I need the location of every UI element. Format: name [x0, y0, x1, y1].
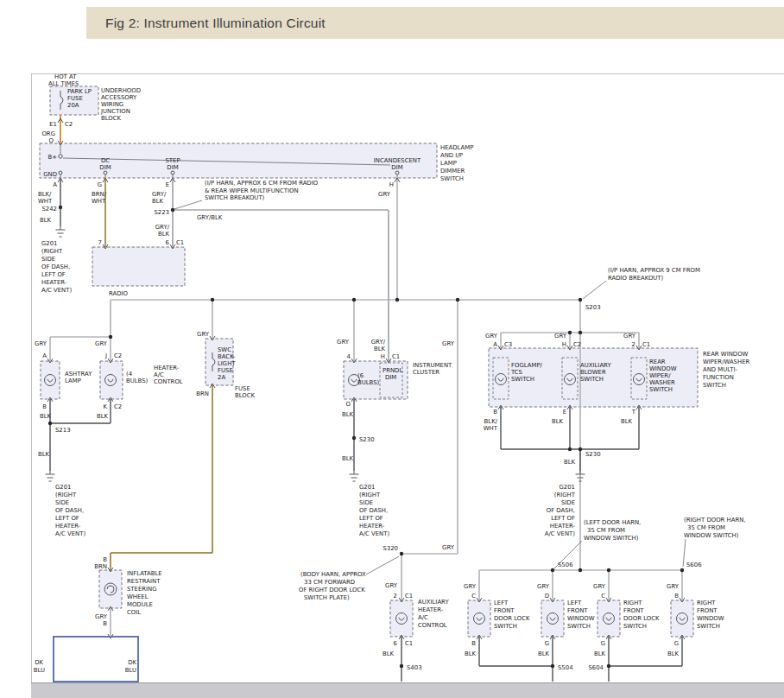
splice-label: S213 — [55, 427, 71, 434]
pin-label: H — [562, 341, 566, 348]
component-label: AND I/P — [440, 152, 463, 159]
fuse-label: 2A — [218, 374, 225, 381]
pin-label: T — [631, 409, 636, 416]
fuse-label: BACK- — [218, 353, 236, 360]
ashtray-lamp-box — [41, 361, 60, 399]
wire-color-label: GRY — [337, 339, 350, 346]
splice-label: S203 — [585, 304, 601, 311]
splice-label: S230 — [359, 436, 375, 443]
connector-label: C1 — [642, 341, 650, 348]
wire-color-label: BLK/ — [38, 191, 52, 198]
component-label: CLUSTER — [413, 369, 439, 376]
component-label: CONTROL — [154, 378, 183, 385]
component-label: SWITCH — [580, 376, 604, 383]
terminal-label: DIM — [167, 164, 178, 171]
component-label: HEATER- — [418, 606, 444, 613]
wire-color-label: WHT — [38, 198, 53, 205]
wire-color-label: GRY — [95, 613, 108, 620]
ground-label: HEATER- — [55, 523, 81, 530]
wiring-diagram: HOT AT ALL TIMES PARK LP FUSE 20A UNDERH… — [0, 0, 784, 698]
component-label: FRONT — [697, 607, 718, 614]
pin-label: B — [103, 620, 107, 627]
component-label: RIGHT — [697, 600, 716, 606]
splice-dot — [551, 664, 554, 668]
note-label: WINDOW SWITCH) — [684, 532, 739, 539]
terminal-label: DC — [101, 157, 110, 164]
left-door-lock-switch-box — [468, 600, 490, 637]
pin-label: 2 — [632, 341, 635, 348]
terminal-label: STEP — [165, 157, 180, 164]
wire-color-label: GRY — [464, 583, 477, 590]
pin-label: A — [493, 341, 497, 348]
page: { "header": { "title": "Fig 2: Instrumen… — [0, 0, 784, 698]
ground-label: G201 — [560, 484, 576, 491]
wire-color-label: BRN — [196, 390, 209, 397]
wire-color-label: BLK — [158, 231, 170, 238]
left-window-switch-box — [541, 600, 564, 637]
connector-label: C3 — [504, 341, 512, 348]
component-label: CONTROL — [418, 622, 447, 629]
component-label: FRONT — [623, 607, 644, 614]
splice-label: S242 — [41, 206, 57, 213]
hot-label: HOT AT — [54, 73, 77, 80]
component-label: WINDOW — [697, 615, 724, 622]
ground-label: SIDE — [359, 499, 373, 506]
component-label: UNDERHOOD — [101, 87, 141, 94]
pin-label: G — [545, 640, 549, 647]
wire-color-label: BLK — [383, 650, 395, 657]
wire-color-label: BLK — [97, 413, 109, 420]
component-label: SWITCH — [494, 623, 517, 630]
note-label: SWITCH BREAKOUT) — [205, 194, 265, 201]
connector-label: C1 — [405, 640, 413, 647]
wire-color-label: WHT — [484, 425, 498, 432]
splice-label: S604 — [588, 664, 604, 671]
splice-dot — [171, 208, 174, 212]
component-label: ASHTRAY — [65, 371, 92, 378]
component-label: STEERING — [127, 586, 157, 593]
splice-dot — [400, 664, 403, 668]
note-label: RADIO BREAKOUT) — [608, 275, 664, 282]
wire-color-label: GRY — [197, 331, 210, 338]
component-label: BLOWER — [580, 369, 606, 376]
horizontal-scrollbar[interactable] — [31, 682, 784, 698]
pin-label: O — [346, 401, 351, 408]
splice-dot — [579, 568, 582, 572]
ground-label: LEFT OF — [551, 515, 575, 522]
component-label: SWITCH — [649, 386, 673, 393]
ground-label: OF DASH, — [547, 507, 575, 514]
ground-label: SIDE — [561, 499, 575, 506]
ground-label: G201 — [55, 484, 72, 491]
wire-color-label: GRY — [593, 583, 606, 590]
splice-dot — [607, 568, 610, 572]
pin-label: C — [601, 593, 605, 600]
component-label: AND MULTI- — [703, 366, 737, 373]
wire-color-label: GRY — [385, 582, 398, 589]
pin-label: J — [104, 352, 107, 359]
ground-label: G201 — [41, 240, 58, 247]
component-label: JUNCTION — [100, 108, 130, 115]
component-label: AUXILIARY — [418, 599, 449, 606]
ground-label: HEATER- — [359, 523, 385, 530]
ground-label: (RIGHT — [41, 248, 63, 255]
component-label: AUXILIARY — [580, 362, 611, 369]
note-label: (RIGHT DOOR HARN, — [684, 517, 746, 524]
component-label: HEATER- — [154, 365, 180, 371]
pin-label: B — [493, 409, 497, 416]
connector-label: C2 — [114, 403, 122, 410]
wire-color-label: GRY — [378, 191, 391, 198]
fuse-label: 20A — [67, 102, 79, 109]
aux-heater-control-box — [390, 600, 413, 637]
splice-label: S504 — [558, 664, 573, 671]
splice-dot — [568, 447, 572, 451]
component-label: HEADLAMP — [440, 144, 473, 151]
wire-color-label: BLK — [667, 650, 680, 657]
note-label: (I/P HARN, APPROX 9 CM FROM — [608, 267, 700, 274]
splice-dot — [400, 552, 403, 555]
pin-label: B — [471, 640, 476, 647]
splice-dot — [352, 298, 356, 301]
wire-color-label: BLK — [552, 418, 564, 425]
component-label: SWITCH — [440, 175, 464, 182]
component-label: FUNCTION — [703, 374, 734, 381]
wire-color-label: BLU — [125, 667, 136, 674]
component-label: A/C — [154, 371, 164, 378]
